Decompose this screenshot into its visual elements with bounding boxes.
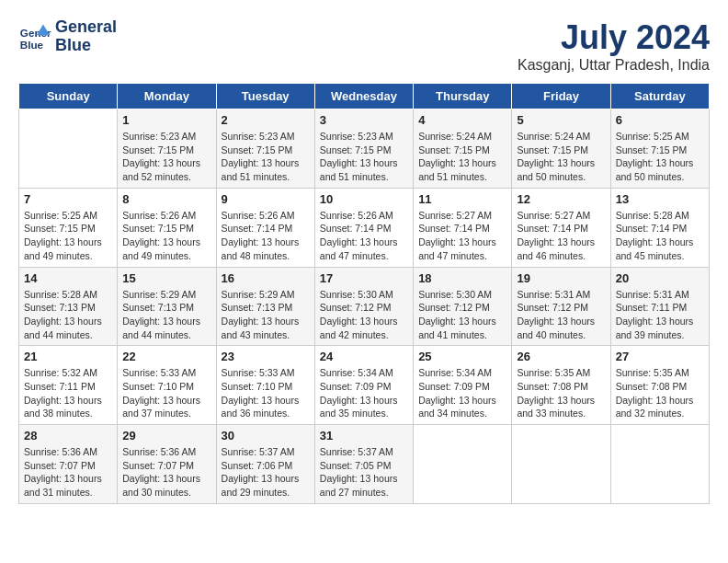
cell-info: Sunrise: 5:33 AM Sunset: 7:10 PM Dayligh… <box>222 366 310 420</box>
cell-info: Sunrise: 5:35 AM Sunset: 7:08 PM Dayligh… <box>517 366 605 420</box>
date-number: 29 <box>122 429 210 442</box>
table-cell: 21Sunrise: 5:32 AM Sunset: 7:11 PM Dayli… <box>19 346 118 425</box>
date-number: 27 <box>616 350 704 363</box>
table-cell: 6Sunrise: 5:25 AM Sunset: 7:15 PM Daylig… <box>610 109 709 189</box>
table-cell: 5Sunrise: 5:24 AM Sunset: 7:15 PM Daylig… <box>512 109 610 189</box>
table-cell: 23Sunrise: 5:33 AM Sunset: 7:10 PM Dayli… <box>216 346 314 425</box>
cell-info: Sunrise: 5:31 AM Sunset: 7:11 PM Dayligh… <box>616 288 704 342</box>
date-number: 3 <box>320 113 408 127</box>
table-cell: 13Sunrise: 5:28 AM Sunset: 7:14 PM Dayli… <box>610 188 709 267</box>
logo-text-line2: Blue <box>55 37 117 55</box>
table-cell: 29Sunrise: 5:36 AM Sunset: 7:07 PM Dayli… <box>118 425 216 504</box>
date-number: 19 <box>517 271 605 285</box>
date-number: 8 <box>122 192 210 206</box>
date-number: 6 <box>616 113 704 127</box>
cell-info: Sunrise: 5:25 AM Sunset: 7:15 PM Dayligh… <box>24 209 112 263</box>
location-subtitle: Kasganj, Uttar Pradesh, India <box>518 57 710 74</box>
date-number: 14 <box>24 271 112 285</box>
table-cell: 17Sunrise: 5:30 AM Sunset: 7:12 PM Dayli… <box>314 267 413 346</box>
cell-info: Sunrise: 5:30 AM Sunset: 7:12 PM Dayligh… <box>320 288 408 342</box>
date-number: 13 <box>616 192 704 206</box>
cell-info: Sunrise: 5:35 AM Sunset: 7:08 PM Dayligh… <box>616 366 704 420</box>
table-cell <box>414 425 512 504</box>
table-cell: 20Sunrise: 5:31 AM Sunset: 7:11 PM Dayli… <box>610 267 709 346</box>
table-cell <box>19 109 118 189</box>
table-cell: 3Sunrise: 5:23 AM Sunset: 7:15 PM Daylig… <box>314 109 413 189</box>
week-row-1: 1Sunrise: 5:23 AM Sunset: 7:15 PM Daylig… <box>19 109 710 189</box>
cell-info: Sunrise: 5:37 AM Sunset: 7:05 PM Dayligh… <box>320 445 408 500</box>
week-row-4: 21Sunrise: 5:32 AM Sunset: 7:11 PM Dayli… <box>19 346 710 425</box>
cell-info: Sunrise: 5:32 AM Sunset: 7:11 PM Dayligh… <box>24 366 112 420</box>
cell-info: Sunrise: 5:28 AM Sunset: 7:14 PM Dayligh… <box>616 209 704 263</box>
table-cell: 31Sunrise: 5:37 AM Sunset: 7:05 PM Dayli… <box>314 425 413 504</box>
date-number: 1 <box>122 113 210 127</box>
table-cell: 1Sunrise: 5:23 AM Sunset: 7:15 PM Daylig… <box>118 109 216 189</box>
cell-info: Sunrise: 5:29 AM Sunset: 7:13 PM Dayligh… <box>222 288 310 342</box>
date-number: 28 <box>24 429 112 442</box>
col-saturday: Saturday <box>610 84 709 109</box>
cell-info: Sunrise: 5:34 AM Sunset: 7:09 PM Dayligh… <box>320 366 408 420</box>
table-cell: 14Sunrise: 5:28 AM Sunset: 7:13 PM Dayli… <box>19 267 118 346</box>
table-cell: 4Sunrise: 5:24 AM Sunset: 7:15 PM Daylig… <box>414 109 512 189</box>
date-number: 31 <box>320 429 408 442</box>
cell-info: Sunrise: 5:24 AM Sunset: 7:15 PM Dayligh… <box>418 130 506 184</box>
col-tuesday: Tuesday <box>216 84 314 109</box>
svg-text:Blue: Blue <box>20 38 44 50</box>
cell-info: Sunrise: 5:36 AM Sunset: 7:07 PM Dayligh… <box>24 445 112 500</box>
cell-info: Sunrise: 5:27 AM Sunset: 7:14 PM Dayligh… <box>517 209 605 263</box>
col-sunday: Sunday <box>19 84 118 109</box>
cell-info: Sunrise: 5:36 AM Sunset: 7:07 PM Dayligh… <box>122 445 210 500</box>
date-number: 16 <box>222 271 310 285</box>
date-number: 18 <box>418 271 506 285</box>
cell-info: Sunrise: 5:26 AM Sunset: 7:14 PM Dayligh… <box>320 209 408 263</box>
date-number: 30 <box>222 429 310 442</box>
cell-info: Sunrise: 5:28 AM Sunset: 7:13 PM Dayligh… <box>24 288 112 342</box>
date-number: 15 <box>122 271 210 285</box>
cell-info: Sunrise: 5:23 AM Sunset: 7:15 PM Dayligh… <box>320 130 408 184</box>
cell-info: Sunrise: 5:29 AM Sunset: 7:13 PM Dayligh… <box>122 288 210 342</box>
cell-info: Sunrise: 5:27 AM Sunset: 7:14 PM Dayligh… <box>418 209 506 263</box>
col-friday: Friday <box>512 84 610 109</box>
table-cell: 30Sunrise: 5:37 AM Sunset: 7:06 PM Dayli… <box>216 425 314 504</box>
table-cell: 10Sunrise: 5:26 AM Sunset: 7:14 PM Dayli… <box>314 188 413 267</box>
cell-info: Sunrise: 5:25 AM Sunset: 7:15 PM Dayligh… <box>616 130 704 184</box>
date-number: 23 <box>222 350 310 363</box>
date-number: 25 <box>418 350 506 363</box>
table-cell: 18Sunrise: 5:30 AM Sunset: 7:12 PM Dayli… <box>414 267 512 346</box>
table-cell: 25Sunrise: 5:34 AM Sunset: 7:09 PM Dayli… <box>414 346 512 425</box>
date-number: 7 <box>24 192 112 206</box>
cell-info: Sunrise: 5:34 AM Sunset: 7:09 PM Dayligh… <box>418 366 506 420</box>
col-monday: Monday <box>118 84 216 109</box>
cell-info: Sunrise: 5:31 AM Sunset: 7:12 PM Dayligh… <box>517 288 605 342</box>
table-cell <box>512 425 610 504</box>
calendar-table: Sunday Monday Tuesday Wednesday Thursday… <box>18 83 710 504</box>
logo: General Blue General Blue <box>18 18 117 55</box>
date-number: 5 <box>517 113 605 127</box>
date-number: 12 <box>517 192 605 206</box>
date-number: 20 <box>616 271 704 285</box>
table-cell: 8Sunrise: 5:26 AM Sunset: 7:15 PM Daylig… <box>118 188 216 267</box>
table-cell: 11Sunrise: 5:27 AM Sunset: 7:14 PM Dayli… <box>414 188 512 267</box>
col-thursday: Thursday <box>414 84 512 109</box>
table-cell: 28Sunrise: 5:36 AM Sunset: 7:07 PM Dayli… <box>19 425 118 504</box>
cell-info: Sunrise: 5:37 AM Sunset: 7:06 PM Dayligh… <box>222 445 310 500</box>
date-number: 22 <box>122 350 210 363</box>
cell-info: Sunrise: 5:23 AM Sunset: 7:15 PM Dayligh… <box>222 130 310 184</box>
table-cell: 16Sunrise: 5:29 AM Sunset: 7:13 PM Dayli… <box>216 267 314 346</box>
cell-info: Sunrise: 5:30 AM Sunset: 7:12 PM Dayligh… <box>418 288 506 342</box>
week-row-2: 7Sunrise: 5:25 AM Sunset: 7:15 PM Daylig… <box>19 188 710 267</box>
cell-info: Sunrise: 5:23 AM Sunset: 7:15 PM Dayligh… <box>122 130 210 184</box>
cell-info: Sunrise: 5:26 AM Sunset: 7:15 PM Dayligh… <box>122 209 210 263</box>
cell-info: Sunrise: 5:33 AM Sunset: 7:10 PM Dayligh… <box>122 366 210 420</box>
table-cell: 9Sunrise: 5:26 AM Sunset: 7:14 PM Daylig… <box>216 188 314 267</box>
table-cell: 19Sunrise: 5:31 AM Sunset: 7:12 PM Dayli… <box>512 267 610 346</box>
week-row-3: 14Sunrise: 5:28 AM Sunset: 7:13 PM Dayli… <box>19 267 710 346</box>
logo-icon: General Blue <box>18 20 51 53</box>
cell-info: Sunrise: 5:24 AM Sunset: 7:15 PM Dayligh… <box>517 130 605 184</box>
table-cell: 12Sunrise: 5:27 AM Sunset: 7:14 PM Dayli… <box>512 188 610 267</box>
date-number: 9 <box>222 192 310 206</box>
table-cell: 2Sunrise: 5:23 AM Sunset: 7:15 PM Daylig… <box>216 109 314 189</box>
date-number: 21 <box>24 350 112 363</box>
table-cell: 22Sunrise: 5:33 AM Sunset: 7:10 PM Dayli… <box>118 346 216 425</box>
table-cell: 15Sunrise: 5:29 AM Sunset: 7:13 PM Dayli… <box>118 267 216 346</box>
